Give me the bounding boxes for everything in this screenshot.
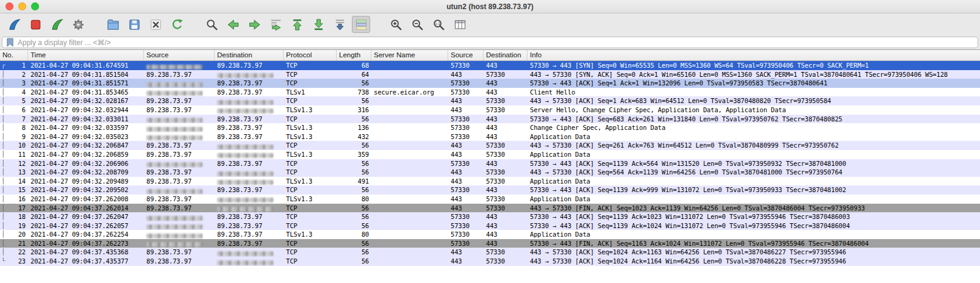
- zoom-out-button[interactable]: [408, 16, 426, 33]
- packet-row-17[interactable]: │172021-04-27 09:04:37.26201489.238.73.9…: [0, 204, 980, 213]
- close-capture-file-button[interactable]: [146, 16, 165, 33]
- packet-row-5[interactable]: │52021-04-27 09:04:32.02816789.238.73.97…: [0, 96, 980, 106]
- packet-row-10[interactable]: │102021-04-27 09:04:32.20684789.238.73.9…: [0, 141, 980, 150]
- cell-sport: 57330: [448, 115, 484, 124]
- cell-sport: 57330: [448, 132, 484, 142]
- filter-bookmark-icon[interactable]: [6, 38, 14, 47]
- display-filter-input[interactable]: Apply a display filter ... <⌘/>: [2, 37, 978, 48]
- packet-row-6[interactable]: │62021-04-27 09:04:32.03294489.238.73.97…: [0, 106, 980, 115]
- column-header-time[interactable]: Time: [28, 50, 144, 60]
- column-header-destination[interactable]: Destination: [215, 50, 284, 60]
- minimize-window-button[interactable]: [18, 2, 26, 10]
- packet-row-1[interactable]: ┌12021-04-27 09:04:31.67459189.238.73.97…: [0, 61, 980, 70]
- cell-destination: 89.238.73.97: [215, 159, 284, 168]
- cell-time: 2021-04-27 09:04:37.262014: [28, 204, 144, 213]
- resize-columns-button[interactable]: [451, 16, 469, 33]
- cell-source: 89.238.73.97: [144, 96, 215, 106]
- cell-dport: 443: [484, 88, 528, 97]
- zoom-window-button[interactable]: [31, 2, 39, 10]
- find-packet-button[interactable]: [202, 16, 221, 33]
- packet-number: 13: [18, 168, 26, 177]
- cell-length: 136: [337, 123, 371, 132]
- cell-length: 56: [337, 248, 371, 257]
- cell-server_name: [371, 177, 448, 186]
- go-forward-button[interactable]: [245, 16, 263, 33]
- packet-row-13[interactable]: │132021-04-27 09:04:32.20870989.238.73.9…: [0, 168, 980, 177]
- reload-capture-button[interactable]: [168, 16, 186, 33]
- packet-row-21[interactable]: │212021-04-27 09:04:37.26227389.238.73.9…: [0, 239, 980, 248]
- cell-time: 2021-04-27 09:04:37.262254: [28, 230, 144, 239]
- cell-sport: 57330: [448, 212, 484, 221]
- cell-no: │14: [0, 177, 28, 186]
- redacted-ip: [146, 242, 202, 247]
- packet-row-11[interactable]: │112021-04-27 09:04:32.20685989.238.73.9…: [0, 150, 980, 159]
- column-header-source[interactable]: Source: [144, 50, 215, 60]
- go-to-first-packet-button[interactable]: [288, 16, 306, 33]
- go-to-last-packet-button[interactable]: [309, 16, 327, 33]
- zoom-in-button[interactable]: [387, 16, 405, 33]
- cell-protocol: TLSv1.3: [284, 230, 337, 239]
- cell-time: 2021-04-27 09:04:31.851571: [28, 79, 144, 88]
- wireshark-window: utun2 (host 89.238.73.97) 1:1 Apply a di…: [0, 0, 980, 283]
- cell-server_name: [371, 212, 448, 221]
- go-to-packet-button[interactable]: [266, 16, 285, 33]
- conversation-tick: │: [1, 177, 7, 186]
- cell-time: 2021-04-27 09:04:37.435368: [28, 248, 144, 257]
- cell-dport: 57330: [484, 96, 528, 106]
- conversation-tick: │: [1, 96, 7, 106]
- packet-row-12[interactable]: │122021-04-27 09:04:32.20690689.238.73.9…: [0, 159, 980, 168]
- packet-row-16[interactable]: │162021-04-27 09:04:37.26200889.238.73.9…: [0, 195, 980, 204]
- packet-row-9[interactable]: │92021-04-27 09:04:32.03502389.238.73.97…: [0, 132, 980, 142]
- column-header-info[interactable]: Info: [528, 50, 980, 60]
- packet-row-4[interactable]: │42021-04-27 09:04:31.85346589.238.73.97…: [0, 88, 980, 97]
- packet-row-23[interactable]: └232021-04-27 09:04:37.43537789.238.73.9…: [0, 257, 980, 266]
- auto-scroll-button[interactable]: [331, 16, 349, 33]
- cell-no: │10: [0, 141, 28, 150]
- packet-row-3[interactable]: │32021-04-27 09:04:31.85157189.238.73.97…: [0, 79, 980, 88]
- cell-dport: 443: [484, 115, 528, 124]
- cell-length: 56: [337, 141, 371, 150]
- close-window-button[interactable]: [5, 2, 13, 10]
- column-header-server_name[interactable]: Server Name: [371, 50, 448, 60]
- column-header-sport[interactable]: Source: [448, 50, 484, 60]
- cell-info: Application Data: [528, 230, 980, 239]
- restart-capture-button[interactable]: [48, 16, 66, 33]
- packet-row-18[interactable]: │182021-04-27 09:04:37.26204789.238.73.9…: [0, 212, 980, 221]
- go-back-button[interactable]: [224, 16, 242, 33]
- cell-info: 443 → 57330 [ACK] Seq=564 Ack=1139 Win=6…: [528, 168, 980, 177]
- stop-capture-button[interactable]: [26, 16, 45, 33]
- cell-protocol: TCP: [284, 248, 337, 257]
- packet-row-22[interactable]: │222021-04-27 09:04:37.43536889.238.73.9…: [0, 248, 980, 257]
- packet-number: 7: [22, 115, 26, 124]
- packet-row-15[interactable]: │152021-04-27 09:04:32.20950289.238.73.9…: [0, 185, 980, 195]
- start-capture-button[interactable]: [5, 16, 23, 33]
- packet-row-8[interactable]: │82021-04-27 09:04:32.03359789.238.73.97…: [0, 123, 980, 132]
- packet-row-2[interactable]: │22021-04-27 09:04:31.85150489.238.73.97…: [0, 70, 980, 79]
- cell-server_name: [371, 106, 448, 115]
- packet-row-20[interactable]: │202021-04-27 09:04:37.26225489.238.73.9…: [0, 230, 980, 239]
- packet-row-14[interactable]: │142021-04-27 09:04:32.20948989.238.73.9…: [0, 177, 980, 186]
- column-header-protocol[interactable]: Protocol: [284, 50, 337, 60]
- column-header-length[interactable]: Length: [337, 50, 371, 60]
- column-header-dport[interactable]: Destination: [484, 50, 528, 60]
- zoom-normal-button[interactable]: 1:1: [429, 16, 448, 33]
- open-capture-file-button[interactable]: [104, 16, 122, 33]
- zoom-in-icon: [389, 18, 403, 32]
- packet-row-19[interactable]: │192021-04-27 09:04:37.26205789.238.73.9…: [0, 221, 980, 231]
- colorize-packets-button[interactable]: [352, 16, 370, 33]
- cell-source: [144, 123, 215, 132]
- cell-destination: [215, 204, 284, 213]
- cell-dport: 443: [484, 132, 528, 142]
- cell-protocol: TCP: [284, 212, 337, 221]
- cell-length: 80: [337, 195, 371, 204]
- packet-row-7[interactable]: │72021-04-27 09:04:32.03301189.238.73.97…: [0, 115, 980, 124]
- cell-info: Application Data: [528, 177, 980, 186]
- packet-list: No.TimeSourceDestinationProtocolLengthSe…: [0, 50, 980, 266]
- cell-sport: 57330: [448, 230, 484, 239]
- capture-options-button[interactable]: [69, 16, 87, 33]
- conversation-tick: │: [1, 195, 7, 204]
- cell-info: 443 → 57330 [FIN, ACK] Seq=1023 Ack=1139…: [528, 204, 980, 213]
- cell-dport: 443: [484, 221, 528, 231]
- save-capture-file-button[interactable]: [125, 16, 143, 33]
- column-header-no[interactable]: No.: [0, 50, 28, 60]
